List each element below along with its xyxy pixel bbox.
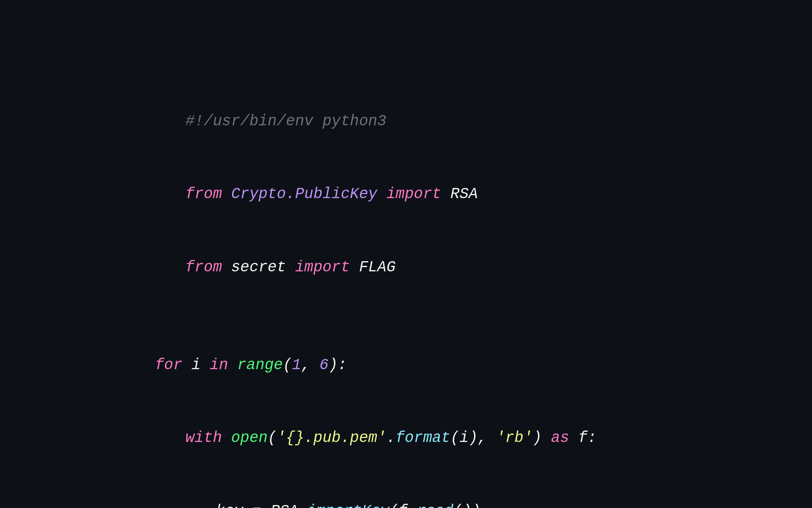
read-method: read (417, 502, 453, 508)
flag-name: FLAG (359, 259, 395, 276)
code-line-1: #!/usr/bin/env python3 (149, 85, 618, 158)
comma: , (301, 356, 319, 374)
ik-paren: ( (390, 502, 399, 508)
fmt-paren-open: ( (450, 429, 460, 447)
shebang-comment: #!/usr/bin/env python3 (185, 113, 386, 130)
open-func: open (231, 429, 267, 447)
code-line-2: from Crypto.PublicKey import RSA (149, 158, 618, 231)
rb-string: 'rb' (496, 429, 532, 447)
range-func: range (237, 356, 283, 374)
read-paren: ()) (453, 502, 481, 508)
i-var: i (192, 356, 210, 374)
crypto-module: Crypto.PublicKey (231, 185, 377, 203)
code-line-6: with open('{}.pub.pem'.format(i), 'rb') … (149, 402, 618, 475)
rsa-name: RSA (450, 185, 478, 203)
rsa-ref: RSA (271, 502, 298, 508)
in-keyword: in (210, 356, 237, 374)
secret-name: secret (231, 259, 286, 276)
from-keyword-2: from (185, 259, 231, 276)
close-fmt: ), (469, 429, 496, 447)
key-var: key (216, 502, 243, 508)
code-line-3: from secret import FLAG (149, 231, 618, 304)
num-1: 1 (292, 356, 302, 374)
close-open: ) (532, 429, 551, 447)
f-var: f: (578, 429, 596, 447)
paren-open: ( (283, 356, 292, 374)
from-keyword: from (185, 185, 231, 203)
pub-pem-string: '{}.pub.pem' (277, 429, 386, 447)
code-line-empty (118, 304, 618, 329)
i-arg: i (460, 429, 469, 447)
paren-close-colon: ): (329, 356, 347, 374)
num-6: 6 (319, 356, 329, 374)
assign: = (243, 502, 271, 508)
format-method: format (395, 429, 450, 447)
open-paren: ( (268, 429, 277, 447)
import-keyword-2: import (286, 259, 359, 276)
code-block: #!/usr/bin/env python3 from Crypto.Publi… (93, 68, 643, 508)
dot1: . (387, 429, 396, 447)
importkey-method: importKey (307, 502, 389, 508)
code-line-7: key = RSA.importKey(f.read()) (179, 475, 618, 508)
import-keyword: import (377, 185, 450, 203)
f-ref: f (399, 502, 408, 508)
as-keyword: as (551, 429, 579, 447)
with-keyword: with (185, 429, 231, 447)
dot3: . (408, 502, 417, 508)
code-line-5: for i in range(1, 6): (118, 329, 618, 402)
dot2: . (298, 502, 307, 508)
for-keyword: for (155, 356, 191, 374)
